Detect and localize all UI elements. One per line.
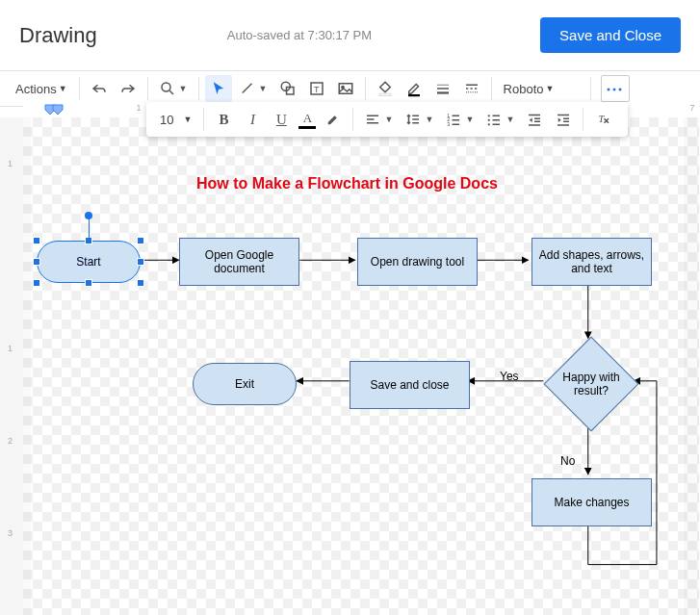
font-family-label: Roboto — [504, 82, 544, 96]
textbox-tool[interactable]: T — [303, 75, 330, 102]
divider — [365, 77, 366, 100]
autosave-status: Auto-saved at 7:30:17 PM — [59, 28, 540, 42]
increase-indent-button[interactable] — [550, 106, 577, 133]
ruler-tick: 1 — [136, 103, 141, 113]
divider — [79, 77, 80, 100]
bold-button[interactable]: B — [210, 106, 237, 133]
divider — [198, 77, 199, 100]
shape-make-changes-text: Make changes — [554, 496, 629, 509]
shape-open-tool[interactable]: Open drawing tool — [357, 238, 478, 286]
label-yes: Yes — [500, 370, 519, 383]
bulleted-list-button[interactable]: ▼ — [480, 106, 519, 133]
font-family-select[interactable]: Roboto▼ — [498, 82, 584, 96]
text-color-button[interactable]: A — [297, 106, 318, 133]
resize-handle-n[interactable] — [85, 237, 92, 244]
svg-rect-9 — [408, 94, 420, 96]
underline-button[interactable]: U — [268, 106, 295, 133]
border-weight-button[interactable] — [429, 75, 456, 102]
line-tool[interactable]: ▼ — [234, 75, 272, 102]
more-options-button[interactable]: ⋯ — [601, 75, 630, 102]
shape-start[interactable]: Start — [37, 241, 141, 283]
resize-handle-e[interactable] — [137, 258, 144, 266]
resize-handle-sw[interactable] — [33, 279, 40, 287]
divider — [147, 77, 148, 100]
shape-open-doc-text: Open Google document — [184, 248, 295, 275]
shape-decision-text: Happy with result? — [562, 371, 620, 397]
ruler-tick: 7 — [689, 103, 694, 113]
ruler-tick: 1 — [8, 344, 13, 353]
shape-add-shapes[interactable]: Add shapes, arrows, and text — [531, 238, 652, 286]
align-button[interactable]: ▼ — [359, 106, 398, 133]
svg-point-29 — [488, 119, 490, 121]
italic-button[interactable]: I — [239, 106, 266, 133]
undo-button[interactable] — [86, 75, 113, 102]
svg-rect-8 — [379, 93, 391, 95]
shape-make-changes[interactable]: Make changes — [531, 478, 652, 526]
svg-text:3: 3 — [448, 121, 451, 127]
margin-right-handle[interactable] — [52, 102, 64, 114]
svg-line-1 — [169, 90, 173, 94]
ruler-tick: 1 — [8, 159, 13, 168]
divider — [203, 108, 204, 131]
text-toolbar: 10▼ B I U A ▼ ▼ 123 ▼ ▼ T — [146, 102, 628, 137]
shape-tool[interactable] — [274, 75, 301, 102]
actions-label: Actions — [15, 82, 57, 96]
clear-formatting-button[interactable]: T — [589, 106, 616, 133]
shape-open-tool-text: Open drawing tool — [371, 255, 464, 269]
svg-point-28 — [488, 115, 490, 116]
shape-save-close-text: Save and close — [370, 378, 449, 392]
divider — [583, 108, 583, 131]
rotation-handle[interactable] — [85, 212, 92, 219]
label-no: No — [560, 454, 575, 468]
shape-exit-text: Exit — [235, 377, 254, 391]
shape-save-close[interactable]: Save and close — [350, 361, 470, 409]
svg-point-0 — [162, 83, 170, 91]
vertical-ruler: 1 1 2 3 4 — [0, 117, 23, 615]
svg-point-30 — [488, 123, 490, 125]
highlight-button[interactable] — [320, 106, 347, 133]
flowchart-title[interactable]: How to Make a Flowchart in Google Docs — [196, 175, 498, 192]
fill-color-button[interactable] — [372, 75, 399, 102]
shape-add-shapes-text: Add shapes, arrows, and text — [536, 248, 647, 275]
drawing-canvas[interactable]: How to Make a Flowchart in Google Docs S… — [23, 117, 699, 615]
resize-handle-s[interactable] — [85, 279, 92, 287]
select-tool[interactable] — [205, 75, 232, 102]
font-size-value: 10 — [160, 113, 173, 127]
divider — [590, 77, 591, 100]
zoom-menu[interactable]: ▼ — [154, 75, 193, 102]
shape-start-text: Start — [76, 255, 100, 269]
ruler-tick: 3 — [8, 528, 13, 538]
divider — [491, 77, 492, 100]
save-and-close-button[interactable]: Save and Close — [540, 17, 681, 53]
border-color-button[interactable] — [401, 75, 428, 102]
shape-open-doc[interactable]: Open Google document — [179, 238, 299, 286]
actions-menu[interactable]: Actions▼ — [10, 78, 73, 100]
ruler-tick: 2 — [8, 436, 13, 446]
border-dash-button[interactable] — [458, 75, 485, 102]
numbered-list-button[interactable]: 123 ▼ — [440, 106, 479, 133]
decrease-indent-button[interactable] — [521, 106, 548, 133]
svg-text:T: T — [314, 85, 320, 94]
svg-rect-6 — [339, 84, 352, 94]
rotation-line — [89, 218, 90, 238]
shape-exit[interactable]: Exit — [193, 363, 297, 405]
resize-handle-se[interactable] — [137, 279, 144, 287]
image-tool[interactable] — [332, 75, 359, 102]
resize-handle-ne[interactable] — [137, 237, 144, 244]
line-spacing-button[interactable]: ▼ — [400, 106, 438, 133]
resize-handle-nw[interactable] — [33, 237, 40, 244]
resize-handle-w[interactable] — [33, 258, 40, 266]
font-size-select[interactable]: 10▼ — [154, 111, 197, 129]
shape-decision[interactable]: Happy with result? — [557, 350, 625, 418]
redo-button[interactable] — [115, 75, 142, 102]
divider — [352, 108, 353, 131]
